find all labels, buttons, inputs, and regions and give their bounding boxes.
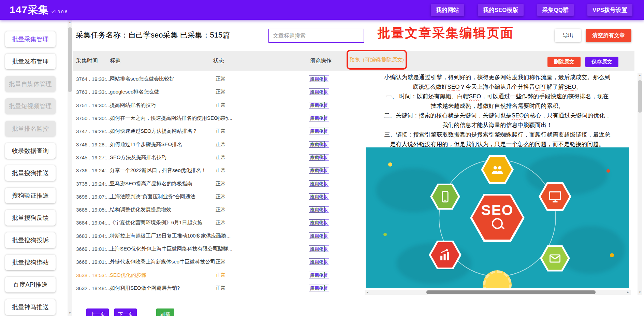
table-row[interactable]: 3698 . 19:07:...上海法院判决"负面压制业务"合同违法正常原文|格… xyxy=(73,190,362,203)
preview-hscrollbar[interactable]: ◄ ► xyxy=(365,290,631,295)
preview-line[interactable]: 底该怎么做好SEO？今天上海小编从几个分抖音CPT解了解SEO。 xyxy=(365,82,630,92)
apply-action-button[interactable]: 应用模板 xyxy=(309,154,329,160)
main-scrollbar[interactable]: ▲ ▼ xyxy=(68,20,72,316)
export-button[interactable]: 导出 xyxy=(555,29,581,42)
row-title: SEO优化的步骤 xyxy=(110,272,146,278)
refresh-button[interactable]: 刷新 xyxy=(156,308,174,316)
mail-icon xyxy=(542,247,568,270)
table-row[interactable]: 3745 . 19:27:...SEO方法及提高排名技巧正常原文|格式化|应用模… xyxy=(73,151,362,164)
apply-action-button[interactable]: 应用模板 xyxy=(309,285,329,291)
delete-original-button[interactable]: 删除原文 xyxy=(547,57,581,67)
row-title: SEO方法及提高排名技巧 xyxy=(110,154,167,160)
apply-action-button[interactable]: 应用模板 xyxy=(309,167,329,174)
sidebar-item-11[interactable]: 批量搜狗绑站 xyxy=(5,255,56,270)
table-row[interactable]: 3638 . 18:53:...SEO优化的步骤正常原文|格式化|应用模板 xyxy=(73,268,362,281)
nav-item-2[interactable]: 我的SEO模版 xyxy=(478,4,524,16)
status-badge: 正常 xyxy=(216,102,226,108)
row-time: 3750 . 19:30:... xyxy=(76,115,110,121)
table-row[interactable]: 3684 . 19:04:...《宁夏优化营商环境条例》6月1日起实施正常原文|… xyxy=(73,216,362,229)
row-title: 如何在一天之内，快速提高网站排名的使用SEO技巧... xyxy=(110,115,232,121)
save-original-button[interactable]: 保存原文 xyxy=(585,57,618,67)
preview-editor[interactable]: 小编认为就是通过引擎，得到好的，获得更多网站度我们称作流量，最后成成交。那么到底… xyxy=(365,73,630,149)
apply-action-button[interactable]: 应用模板 xyxy=(309,219,329,226)
table-row[interactable]: 3683 . 19:04:...特斯拉上海超级工厂19日复工推动100多家供应商… xyxy=(73,229,362,242)
table-row[interactable]: 3632 . 18:48:...如何利用SEO做全网霸屏营销?正常原文|格式化|… xyxy=(73,282,362,295)
sidebar-item-6[interactable]: 收录数据查询 xyxy=(5,143,56,159)
preview-line[interactable]: 技术越来越成熟，想做好自然排名需要时间的累积。 xyxy=(365,101,630,111)
sidebar-item-1[interactable]: 批量采集管理 xyxy=(5,31,56,47)
preview-scrollbar-thumb[interactable] xyxy=(638,80,642,113)
apply-action-button[interactable]: 应用模板 xyxy=(309,193,329,200)
sidebar-item-9[interactable]: 批量搜狗反馈 xyxy=(5,210,56,226)
apply-action-button[interactable]: 应用模板 xyxy=(309,89,329,95)
decor-dot xyxy=(388,162,392,167)
apply-action-button[interactable]: 应用模板 xyxy=(309,272,329,278)
row-title: 亚马逊SEO提高产品排名的终极指南 xyxy=(110,180,192,187)
table-row[interactable]: 3763 . 19:33:...googleseo排名怎么做正常原文|格式化|应… xyxy=(73,85,362,98)
preview-line[interactable]: 二、关键词：搜索的核心就是关键词，关键词也是SEO的核心，只有通过关键词的优化， xyxy=(365,111,630,120)
table-row[interactable]: 3764 . 19:33:...网站排名seo怎么做会比较好正常原文|格式化|应… xyxy=(73,72,362,85)
nav-item-3[interactable]: 采集QQ群 xyxy=(537,4,574,16)
apply-action-button[interactable]: 应用模板 xyxy=(309,141,329,147)
main-scrollbar-thumb[interactable] xyxy=(68,27,72,92)
table-row[interactable]: 3685 . 19:05:...结构调整优化发展提质增效正常原文|格式化|应用模… xyxy=(73,203,362,216)
scroll-down-icon[interactable]: ▼ xyxy=(68,311,72,316)
apply-action-button[interactable]: 应用模板 xyxy=(309,180,329,187)
sidebar: 批量采集管理批量发布管理批量自媒体管理批量短视频管理批量排名监控收录数据查询批量… xyxy=(0,20,68,316)
status-badge: 正常 xyxy=(216,115,226,121)
preview-hscrollbar-thumb[interactable] xyxy=(426,290,596,294)
status-badge: 正常 xyxy=(216,128,226,134)
apply-action-button[interactable]: 应用模板 xyxy=(309,102,329,108)
preview-line[interactable]: 一、 时间：以前还有黑帽、白帽SEO，可以通过一些作弊的手段快速的获得排名，现在 xyxy=(365,92,630,101)
table-row[interactable]: 3747 . 19:28:...如何快速通过SEO方法提高网站排名？正常原文|格… xyxy=(73,125,362,138)
prev-page-button[interactable]: 上一页 xyxy=(86,308,109,316)
nav-item-4[interactable]: VPS拨号设置 xyxy=(587,4,632,16)
table-row[interactable]: 3669 . 19:01:...上海SEO优化外包上海牛巨微网络科技有限公司站群… xyxy=(73,242,362,255)
sidebar-item-7[interactable]: 批量搜狗推送 xyxy=(5,165,56,181)
scroll-down-icon[interactable]: ▼ xyxy=(638,290,642,295)
preview-line[interactable]: 三、链接：搜索引擎获取数据靠的是搜索引擎蜘蛛爬行，而爬行就需要超级链接，最近总 xyxy=(365,130,630,140)
row-title: 特斯拉上海超级工厂19日复工推动100多家供应商协... xyxy=(110,232,231,239)
scroll-up-icon[interactable]: ▲ xyxy=(638,73,642,78)
table-row[interactable]: 3735 . 19:24:...亚马逊SEO提高产品排名的终极指南正常原文|格式… xyxy=(73,177,362,190)
column-header-title: 标题 xyxy=(110,57,121,64)
magnifier-icon xyxy=(492,218,503,229)
scroll-left-icon[interactable]: ◄ xyxy=(365,290,370,295)
nav-item-1[interactable]: 我的网站 xyxy=(431,4,464,16)
sidebar-item-12[interactable]: 百度API推送 xyxy=(5,277,56,292)
apply-action-button[interactable]: 应用模板 xyxy=(309,206,329,213)
search-input[interactable] xyxy=(268,29,364,43)
annotation-text: 批量文章采集编辑页面 xyxy=(378,25,514,42)
status-badge: 正常 xyxy=(216,180,226,187)
sidebar-item-8[interactable]: 搜狗验证推送 xyxy=(5,188,56,203)
table-row[interactable]: 3750 . 19:30:...如何在一天之内，快速提高网站排名的使用SEO技巧… xyxy=(73,112,362,125)
top-nav: 我的网站我的SEO模版采集QQ群VPS拨号设置 xyxy=(431,0,632,20)
sidebar-item-5: 批量排名监控 xyxy=(5,121,56,137)
apply-action-button[interactable]: 应用模板 xyxy=(309,76,329,82)
sidebar-item-10[interactable]: 批量搜狗投诉 xyxy=(5,232,56,248)
apply-action-button[interactable]: 应用模板 xyxy=(309,246,329,252)
apply-action-button[interactable]: 应用模板 xyxy=(309,232,329,239)
table-row[interactable]: 3736 . 19:24:...分享一个2022新风口，抖音seo优化排名！正常… xyxy=(73,164,362,177)
next-page-button[interactable]: 下一页 xyxy=(114,308,137,316)
sidebar-item-2[interactable]: 批量发布管理 xyxy=(5,54,56,69)
preview-line[interactable]: 小编认为就是通过引擎，得到好的，获得更多网站度我们称作流量，最后成成交。那么到 xyxy=(365,73,630,82)
clear-all-button[interactable]: 清空所有文章 xyxy=(586,29,631,42)
table-row[interactable]: 3668 . 19:01:...外链代发包收录上海新媒体seo牛巨微科技公司正常… xyxy=(73,255,362,268)
apply-action-button[interactable]: 应用模板 xyxy=(309,128,329,134)
preview-scrollbar[interactable]: ▲ ▼ xyxy=(638,73,642,295)
scroll-right-icon[interactable]: ► xyxy=(625,290,631,295)
sidebar-item-13[interactable]: 批量神马推送 xyxy=(5,299,56,315)
preview-line[interactable]: 我们的信息才能从海量的信息中脱颖而出！ xyxy=(365,120,630,130)
row-time: 3668 . 19:01:... xyxy=(76,259,110,265)
app-window: 147采集 v1.3.0.6 我的网站我的SEO模版采集QQ群VPS拨号设置 批… xyxy=(0,0,644,316)
apply-action-button[interactable]: 应用模板 xyxy=(309,259,329,265)
scroll-up-icon[interactable]: ▲ xyxy=(68,20,72,25)
column-header-actions: 预览操作 xyxy=(310,57,332,64)
app-logo-text: 147采集 xyxy=(10,3,49,17)
table-row[interactable]: 3751 . 19:30:...提高网站排名的技巧正常原文|格式化|应用模板 xyxy=(73,99,362,112)
table-row[interactable]: 3746 . 19:28:...如何通过11个步骤提高SEO排名正常原文|格式化… xyxy=(73,138,362,150)
apply-action-button[interactable]: 应用模板 xyxy=(309,115,329,121)
row-time: 3669 . 19:01:... xyxy=(76,246,110,252)
row-title: 《宁夏优化营商环境条例》6月1日起实施 xyxy=(110,219,203,226)
